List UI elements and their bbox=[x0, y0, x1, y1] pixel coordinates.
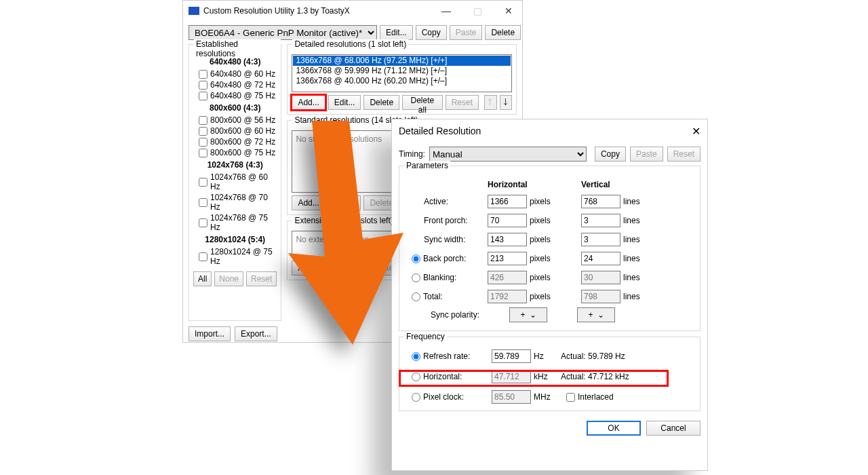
app-icon bbox=[189, 7, 199, 15]
resolution-checkbox[interactable]: 640x480 @ 60 Hz bbox=[199, 69, 277, 79]
col-horizontal: Horizontal bbox=[488, 180, 530, 189]
cancel-button[interactable]: Cancel bbox=[646, 421, 701, 436]
detailed-resolution-item[interactable]: 1366x768 @ 59.999 Hz (71.12 MHz) [+/–] bbox=[293, 66, 511, 76]
resolution-group-head: 1280x1024 (5:4) bbox=[193, 235, 277, 244]
ok-button[interactable]: OK bbox=[587, 421, 641, 436]
est-all-button[interactable]: All bbox=[193, 271, 212, 286]
resolution-checkbox[interactable]: 1280x1024 @ 75 Hz bbox=[199, 247, 277, 266]
resolution-checkbox[interactable]: 640x480 @ 75 Hz bbox=[199, 91, 277, 100]
detailed-group: Detailed resolutions (1 slot left) 1366x… bbox=[287, 44, 517, 115]
param-sync_width-v-input[interactable] bbox=[581, 233, 620, 246]
parameters-group: Parameters HorizontalVerticalActive:pixe… bbox=[399, 166, 701, 331]
resolution-checkbox[interactable]: 800x600 @ 75 Hz bbox=[199, 148, 277, 157]
dlg-reset-button[interactable]: Reset bbox=[667, 147, 701, 162]
detailed-resolution-item[interactable]: 1366x768 @ 68.006 Hz (97.25 MHz) [+/+] bbox=[293, 56, 511, 66]
col-vertical: Vertical bbox=[581, 180, 623, 189]
detailed-resolution-item[interactable]: 1366x768 @ 40.000 Hz (60.20 MHz) [+/–] bbox=[293, 76, 511, 86]
detailed-add-button[interactable]: Add... bbox=[292, 95, 325, 110]
param-active-v-input[interactable] bbox=[581, 195, 620, 208]
frequency-legend: Frequency bbox=[404, 332, 447, 341]
resolution-group-head: 640x480 (4:3) bbox=[193, 57, 277, 66]
minimize-button[interactable]: — bbox=[433, 1, 460, 21]
param-back_porch-v-input[interactable] bbox=[581, 252, 620, 265]
param-total-v-input[interactable] bbox=[581, 290, 620, 303]
refresh-rate-radio[interactable]: Refresh rate: bbox=[412, 352, 492, 361]
timing-label: Timing: bbox=[399, 149, 425, 159]
param-blanking-radio[interactable]: Blanking: bbox=[412, 273, 488, 282]
detailed-listbox[interactable]: 1366x768 @ 68.006 Hz (97.25 MHz) [+/+]13… bbox=[292, 54, 512, 92]
sync-polarity-h-select[interactable]: + ⌄ bbox=[509, 307, 547, 322]
std-edit-button[interactable]: Edit... bbox=[328, 195, 361, 210]
param-front_porch-label: Front porch: bbox=[412, 216, 488, 225]
dlg-copy-button[interactable]: Copy bbox=[595, 147, 626, 162]
est-reset-button[interactable]: Reset bbox=[246, 271, 277, 286]
paste-button[interactable]: Paste bbox=[450, 25, 483, 40]
parameters-legend: Parameters bbox=[404, 161, 450, 170]
chevron-down-icon: ⌄ bbox=[530, 310, 536, 320]
param-blanking-h-input[interactable] bbox=[488, 271, 527, 284]
dialog-title: Detailed Resolution bbox=[399, 126, 481, 136]
pixel-clock-unit: MHz bbox=[534, 392, 561, 402]
dlg-paste-button[interactable]: Paste bbox=[630, 147, 663, 162]
edit-button[interactable]: Edit... bbox=[380, 25, 413, 40]
timing-select[interactable]: Manual bbox=[429, 147, 587, 162]
refresh-rate-actual: Actual: 59.789 Hz bbox=[561, 352, 683, 361]
param-total-h-input[interactable] bbox=[488, 290, 527, 303]
pixel-clock-radio[interactable]: Pixel clock: bbox=[412, 392, 492, 402]
param-active-label: Active: bbox=[412, 197, 488, 206]
detailed-reset-button[interactable]: Reset bbox=[446, 95, 479, 110]
param-blanking-v-input[interactable] bbox=[581, 271, 620, 284]
delete-button[interactable]: Delete bbox=[485, 25, 521, 40]
import-button[interactable]: Import... bbox=[189, 326, 231, 341]
param-active-h-input[interactable] bbox=[488, 195, 527, 208]
move-down-button[interactable]: 🡓 bbox=[500, 95, 513, 110]
ext-add-button[interactable]: Add... bbox=[292, 261, 325, 276]
frequency-group: Frequency Refresh rate: Hz Actual: 59.78… bbox=[399, 337, 701, 411]
resolution-checkbox[interactable]: 1024x768 @ 70 Hz bbox=[199, 193, 277, 212]
std-add-button[interactable]: Add... bbox=[292, 195, 325, 210]
export-button[interactable]: Export... bbox=[235, 326, 277, 341]
monitor-select[interactable]: BOE06A4 - Generic PnP Monitor (active)* bbox=[189, 25, 377, 40]
extension-legend: Extension blocks (slots left) bbox=[292, 216, 395, 225]
copy-button[interactable]: Copy bbox=[416, 25, 447, 40]
window-title: Custom Resolution Utility 1.3 by ToastyX bbox=[203, 6, 429, 16]
horizontal-freq-unit: kHz bbox=[534, 372, 561, 381]
horizontal-freq-actual: Actual: 47.712 kHz bbox=[561, 372, 683, 381]
param-sync_width-label: Sync width: bbox=[412, 235, 488, 244]
param-front_porch-h-input[interactable] bbox=[488, 214, 527, 227]
est-none-button[interactable]: None bbox=[214, 271, 243, 286]
close-button[interactable]: ✕ bbox=[495, 1, 522, 21]
resolution-checkbox[interactable]: 640x480 @ 72 Hz bbox=[199, 80, 277, 90]
detailed-edit-button[interactable]: Edit... bbox=[328, 95, 361, 110]
sync-polarity-label: Sync polarity: bbox=[412, 310, 479, 320]
ext-edit-button[interactable]: Edit... bbox=[328, 261, 361, 276]
dialog-close-button[interactable]: ✕ bbox=[692, 125, 701, 138]
chevron-down-icon: ⌄ bbox=[597, 310, 604, 320]
horizontal-freq-input[interactable] bbox=[492, 370, 531, 383]
refresh-rate-input[interactable] bbox=[492, 349, 531, 363]
resolution-checkbox[interactable]: 1024x768 @ 60 Hz bbox=[199, 172, 277, 191]
established-legend: Established resolutions bbox=[194, 39, 281, 58]
maximize-button[interactable]: ▢ bbox=[464, 1, 491, 21]
param-back_porch-h-input[interactable] bbox=[488, 252, 527, 265]
param-total-radio[interactable]: Total: bbox=[412, 292, 488, 301]
titlebar: Custom Resolution Utility 1.3 by ToastyX… bbox=[183, 1, 522, 21]
move-up-button[interactable]: 🡑 bbox=[484, 95, 497, 110]
resolution-checkbox[interactable]: 800x600 @ 56 Hz bbox=[199, 115, 277, 125]
refresh-rate-unit: Hz bbox=[534, 352, 561, 361]
horizontal-freq-radio[interactable]: Horizontal: bbox=[412, 372, 492, 381]
param-sync_width-h-input[interactable] bbox=[488, 233, 527, 246]
pixel-clock-input[interactable] bbox=[492, 390, 531, 404]
resolution-checkbox[interactable]: 1024x768 @ 75 Hz bbox=[199, 213, 277, 232]
param-front_porch-v-input[interactable] bbox=[581, 214, 620, 227]
resolution-checkbox[interactable]: 800x600 @ 60 Hz bbox=[199, 126, 277, 136]
interlaced-checkbox[interactable]: Interlaced bbox=[566, 392, 683, 402]
detailed-deleteall-button[interactable]: Delete all bbox=[402, 95, 443, 110]
detailed-legend: Detailed resolutions (1 slot left) bbox=[292, 39, 408, 49]
param-back_porch-radio[interactable]: Back porch: bbox=[412, 254, 488, 263]
resolution-checkbox[interactable]: 800x600 @ 72 Hz bbox=[199, 137, 277, 147]
detailed-delete-button[interactable]: Delete bbox=[363, 95, 399, 110]
detailed-resolution-dialog: Detailed Resolution ✕ Timing: Manual Cop… bbox=[391, 119, 708, 471]
sync-polarity-v-select[interactable]: + ⌄ bbox=[577, 307, 615, 322]
resolution-group-head: 1024x768 (4:3) bbox=[193, 160, 277, 170]
